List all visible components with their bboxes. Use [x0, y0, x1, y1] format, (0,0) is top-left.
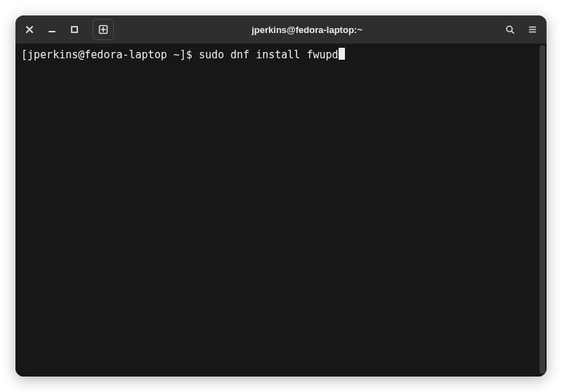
- terminal-line: [jperkins@fedora-laptop ~]$ sudo dnf ins…: [21, 46, 541, 62]
- maximize-icon: [70, 25, 79, 34]
- hamburger-menu-icon: [528, 25, 537, 34]
- search-button[interactable]: [500, 20, 520, 39]
- new-tab-button[interactable]: [93, 19, 114, 40]
- svg-rect-3: [72, 27, 77, 32]
- shell-prompt: [jperkins@fedora-laptop ~]$: [21, 48, 199, 62]
- scrollbar-thumb[interactable]: [540, 45, 545, 374]
- minimize-button[interactable]: [42, 20, 62, 39]
- close-icon: [25, 25, 34, 34]
- titlebar-left-controls: [20, 19, 114, 40]
- window-title: jperkins@fedora-laptop:~: [114, 25, 500, 35]
- terminal-body[interactable]: [jperkins@fedora-laptop ~]$ sudo dnf ins…: [15, 44, 547, 377]
- scrollbar-track: [538, 45, 545, 374]
- close-button[interactable]: [20, 20, 39, 39]
- search-icon: [505, 25, 515, 34]
- cursor-block: [339, 48, 345, 60]
- svg-line-8: [511, 31, 514, 33]
- new-tab-icon: [98, 24, 109, 35]
- shell-command: sudo dnf install fwupd: [199, 48, 339, 62]
- terminal-window: jperkins@fedora-laptop:~ [jperkins@fedor…: [15, 15, 547, 377]
- titlebar: jperkins@fedora-laptop:~: [15, 15, 547, 44]
- maximize-button[interactable]: [65, 20, 84, 39]
- titlebar-right-controls: [500, 20, 542, 39]
- menu-button[interactable]: [523, 20, 542, 39]
- minimize-icon: [47, 25, 57, 34]
